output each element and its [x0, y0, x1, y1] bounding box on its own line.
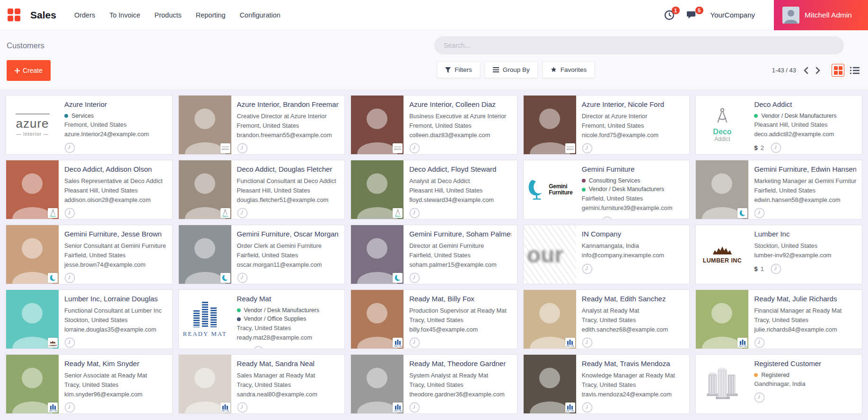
- menu-reporting[interactable]: Reporting: [196, 11, 226, 19]
- list-view-icon[interactable]: [850, 67, 859, 74]
- customer-card[interactable]: Deco Deco Addict, Floyd Steward Analyst …: [351, 160, 517, 219]
- customer-job-title: Production Supervisor at Ready Mat: [409, 306, 511, 315]
- create-button[interactable]: Create: [7, 60, 51, 81]
- messages-icon[interactable]: 5: [687, 10, 698, 20]
- apps-menu-icon[interactable]: [8, 9, 21, 22]
- customer-card[interactable]: Gemini Furniture, Oscar Morgan Order Cle…: [178, 225, 345, 284]
- activity-clock-icon[interactable]: [64, 142, 75, 153]
- activity-clock-icon[interactable]: [409, 208, 420, 219]
- customer-location: Tracy, United States: [409, 315, 511, 325]
- customer-card[interactable]: READY MAT Ready Mat, Kim Snyder Senior A…: [6, 354, 173, 414]
- dollar-icon: $: [754, 265, 757, 272]
- customer-card[interactable]: READY MAT Ready Mat, Theodore Gardner Sy…: [351, 354, 517, 414]
- activity-clock-icon[interactable]: [771, 263, 781, 274]
- activity-clock-icon[interactable]: [64, 208, 75, 219]
- customer-email: azure.Interior24@example.com: [64, 130, 167, 139]
- customer-job-title: Financial Manager at Ready Mat: [754, 306, 856, 315]
- customer-image: READY MAT: [524, 355, 576, 413]
- customer-card[interactable]: READY MAT Ready Mat, Edith Sanchez Analy…: [523, 289, 690, 349]
- pager-previous-icon[interactable]: [803, 67, 808, 74]
- customer-location: Fairfield, United States: [754, 186, 856, 195]
- customer-card[interactable]: LUMBER INC Lumber Inc Stockton, United S…: [695, 225, 862, 284]
- company-switcher[interactable]: YourCompany: [710, 11, 755, 19]
- gemini-furniture-logo: GeminiFurniture: [527, 179, 572, 201]
- customer-image: azure— interior —: [6, 96, 59, 154]
- activity-clock-icon[interactable]: [409, 272, 420, 283]
- customer-card[interactable]: READY MAT Ready Mat Vendor / Desk Manufa…: [178, 289, 345, 349]
- customer-email: julie.richards84@example.com: [754, 325, 856, 334]
- customer-card[interactable]: Gemini Furniture, Soham Palmer Director …: [351, 225, 517, 284]
- activity-clock-icon[interactable]: [64, 402, 75, 413]
- tag-color-dot: [754, 114, 758, 118]
- kanban-view-icon[interactable]: [832, 64, 844, 77]
- customer-card[interactable]: Deco Deco Addict, Addison Olson Sales Re…: [6, 160, 173, 219]
- activity-clock-icon[interactable]: [754, 392, 765, 403]
- customer-card[interactable]: DecoAddict Deco Addict Vendor / Desk Man…: [695, 95, 862, 155]
- customer-name: Ready Mat, Theodore Gardner: [409, 359, 511, 368]
- customer-image: our: [524, 225, 576, 284]
- activity-clock-icon[interactable]: [771, 142, 781, 153]
- opportunities-counter[interactable]: $ 1: [754, 265, 763, 272]
- pager-next-icon[interactable]: [815, 67, 821, 74]
- customer-card[interactable]: GeminiFurniture Gemini Furniture Consult…: [523, 160, 690, 219]
- menu-orders[interactable]: Orders: [74, 11, 95, 19]
- activity-clock-icon[interactable]: [237, 208, 248, 219]
- customer-location: Tracy, United States: [237, 380, 339, 390]
- favorites-button[interactable]: Favorites: [543, 61, 595, 78]
- customer-card[interactable]: azure Azure Interior, Nicole Ford Direct…: [523, 95, 690, 155]
- opportunities-counter[interactable]: $ 13: [582, 218, 595, 219]
- customer-card[interactable]: READY MAT Ready Mat, Travis Mendoza Know…: [523, 354, 690, 414]
- activity-clock-icon[interactable]: [409, 143, 420, 154]
- customer-card[interactable]: READY MAT Ready Mat, Julie Richards Fina…: [695, 289, 862, 349]
- menu-to-invoice[interactable]: To Invoice: [109, 11, 140, 19]
- customer-card[interactable]: azure Azure Interior, Colleen Diaz Busin…: [351, 95, 517, 155]
- customer-job-title: Director at Azure Interior: [582, 112, 684, 121]
- customer-job-title: Sales Representative at Deco Addict: [64, 176, 167, 186]
- customer-card[interactable]: Deco Deco Addict, Douglas Fletcher Funct…: [178, 160, 345, 219]
- customer-card[interactable]: azure— interior — Azure Interior Service…: [6, 95, 173, 155]
- activity-clock-icon[interactable]: [237, 143, 248, 154]
- activity-clock-icon[interactable]: [409, 337, 420, 348]
- activity-clock-icon[interactable]: [237, 272, 248, 283]
- customer-card[interactable]: READY MAT Ready Mat, Billy Fox Productio…: [351, 289, 517, 349]
- group-by-button[interactable]: Group By: [485, 61, 538, 78]
- message-count-badge: 5: [695, 7, 703, 14]
- menu-products[interactable]: Products: [155, 11, 182, 19]
- activity-clock-icon[interactable]: [582, 337, 593, 348]
- customer-card[interactable]: READY MAT Ready Mat, Sandra Neal Sales M…: [178, 354, 345, 414]
- company-badge-azure: azure: [565, 143, 575, 153]
- customer-card[interactable]: Gemini Furniture, Jesse Brown Senior Con…: [6, 225, 173, 284]
- customer-card[interactable]: Registered Customer Registered Gandhinag…: [695, 354, 862, 414]
- star-icon: [551, 67, 557, 73]
- activity-clock-icon[interactable]: [582, 402, 593, 413]
- activity-clock-icon[interactable]: [582, 143, 593, 154]
- customer-email: gemini.furniture39@example.com: [582, 203, 684, 213]
- activity-clock-icon[interactable]: [64, 272, 75, 283]
- activity-clock-icon[interactable]: [754, 208, 765, 219]
- activity-clock-icon[interactable]: [253, 346, 264, 349]
- activity-clock-icon[interactable]: [602, 216, 613, 219]
- activity-clock-icon[interactable]: [409, 402, 420, 413]
- customer-image: READY MAT: [696, 290, 748, 349]
- filters-button[interactable]: Filters: [437, 61, 480, 78]
- customer-job-title: Order Clerk at Gemini Furniture: [237, 241, 339, 251]
- activity-clock-icon[interactable]: [237, 402, 248, 413]
- customer-card[interactable]: our IN Company Kannamangala, India info@…: [523, 225, 690, 284]
- customer-card[interactable]: azure Azure Interior, Brandon Freeman Cr…: [178, 95, 345, 155]
- search-input[interactable]: [434, 36, 844, 54]
- activity-clock-icon[interactable]: [64, 337, 75, 348]
- activity-clock-icon[interactable]: 1: [664, 10, 675, 20]
- company-badge-gemini: [48, 273, 58, 283]
- app-title[interactable]: Sales: [30, 9, 56, 21]
- menu-configuration[interactable]: Configuration: [240, 11, 281, 19]
- opportunities-counter[interactable]: $ 2: [754, 144, 763, 151]
- create-button-label: Create: [23, 67, 43, 74]
- customer-email: billy.fox45@example.com: [409, 325, 511, 334]
- customer-card[interactable]: LUMBER Lumber Inc, Lorraine Douglas Func…: [6, 289, 173, 349]
- customer-card[interactable]: Gemini Furniture, Edwin Hansen Marketing…: [695, 160, 862, 219]
- user-menu[interactable]: Mitchell Admin: [774, 0, 868, 30]
- tag-label: Vendor / Office Supplies: [244, 315, 307, 323]
- activity-clock-icon[interactable]: [754, 337, 765, 348]
- opportunities-counter[interactable]: $ 2: [237, 348, 246, 349]
- activity-clock-icon[interactable]: [582, 263, 593, 274]
